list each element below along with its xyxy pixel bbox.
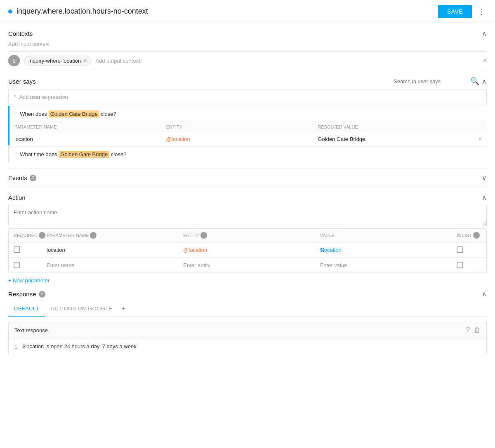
action-name-input[interactable] <box>8 205 487 226</box>
response-tabs: DEFAULT ACTIONS ON GOOGLE + <box>8 301 487 317</box>
is-list-checkbox-1[interactable] <box>457 246 481 253</box>
required-col-header: REQUIRED ? <box>14 232 47 239</box>
required-checkbox-2[interactable] <box>14 262 47 268</box>
tab-default[interactable]: DEFAULT <box>8 301 45 317</box>
context-tag-remove-icon[interactable]: × <box>83 57 87 64</box>
params-row-1: location @location $location <box>9 242 486 258</box>
value-input-1: $location <box>320 247 457 253</box>
app-header: inquery.where.location.hours-no-context … <box>0 0 495 23</box>
status-dot <box>8 9 12 14</box>
resolved-value: Golden Gate Bridge <box>318 136 469 142</box>
context-badge: 5 <box>8 55 20 66</box>
save-button[interactable]: SAVE <box>438 5 472 18</box>
contexts-toggle-icon[interactable]: ∧ <box>482 30 487 38</box>
contexts-title: Contexts <box>8 30 33 37</box>
entity-highlight-1: Golden Gate Bridge <box>49 110 99 117</box>
param-name-col-header: PARAMETER NAME <box>14 124 166 129</box>
required-help-icon[interactable]: ? <box>39 232 45 239</box>
param-name-help-icon[interactable]: ? <box>90 232 97 239</box>
param-name-input-1: location <box>47 247 183 253</box>
context-tag-label: inquiry-where-location <box>28 58 81 64</box>
add-output-context[interactable]: Add output context <box>95 58 478 64</box>
response-row-text: $location is open 24 hours a day, 7 days… <box>22 343 138 349</box>
action-toggle-icon[interactable]: ∧ <box>482 194 487 202</box>
quote-icon: " <box>14 94 16 101</box>
main-content: Contexts ∧ Add input context 5 inquiry-w… <box>0 23 495 362</box>
entity-tag-value: @location <box>166 136 318 142</box>
expression-row-1: " When does Golden Gate Bridge close? <box>9 106 487 122</box>
header-left: inquery.where.location.hours-no-context <box>8 7 148 16</box>
value-col-header: VALUE <box>320 232 457 239</box>
context-row-close-icon[interactable]: × <box>483 57 487 64</box>
required-checkbox-1[interactable] <box>14 246 47 253</box>
response-toggle-icon[interactable]: ∧ <box>482 290 487 298</box>
page-title: inquery.where.location.hours-no-context <box>16 7 148 16</box>
contexts-section: Contexts ∧ Add input context 5 inquiry-w… <box>8 30 487 70</box>
response-row-number: 1 <box>14 343 17 350</box>
text-response-help-icon[interactable]: ? <box>466 326 470 334</box>
text-response-header: Text response ? 🗑 <box>9 322 486 338</box>
add-expression-placeholder: Add user expression <box>19 94 68 100</box>
response-header: Response ? ∧ <box>8 290 487 301</box>
action-section-header: Action ∧ <box>8 194 487 202</box>
is-list-checkbox-2[interactable] <box>457 262 481 268</box>
action-section: Action ∧ REQUIRED ? PARAMETER NAME ? ENT… <box>8 194 487 284</box>
param-table-1: PARAMETER NAME ENTITY RESOLVED VALUE loc… <box>9 122 487 145</box>
resolved-col-header: RESOLVED VALUE <box>318 124 469 129</box>
params-table: REQUIRED ? PARAMETER NAME ? ENTITY ? VAL… <box>8 228 487 273</box>
quote-icon-2: " <box>14 151 16 158</box>
text-response-title: Text response <box>14 327 48 333</box>
user-says-toggle-icon[interactable]: ∧ <box>482 77 487 85</box>
add-input-context[interactable]: Add input context <box>8 41 487 47</box>
response-title: Response <box>8 291 36 298</box>
expression-text-2: What time does Golden Gate Bridge close? <box>20 151 126 157</box>
text-response-card: Text response ? 🗑 1 $location is open 24… <box>8 322 487 355</box>
text-response-actions: ? 🗑 <box>466 326 481 334</box>
events-section: Events ? ∨ <box>8 169 487 187</box>
user-says-section: User says 🔍 ∧ " Add user expression " Wh… <box>8 77 487 162</box>
entity-help-icon[interactable]: ? <box>200 232 207 239</box>
search-container: 🔍 ∧ <box>394 77 487 86</box>
param-name-value: location <box>14 136 166 142</box>
search-input[interactable] <box>394 78 468 84</box>
response-title-area: Response ? <box>8 291 45 298</box>
user-says-title: User says <box>8 78 36 85</box>
events-left: Events ? <box>8 174 36 181</box>
is-list-help-icon[interactable]: ? <box>473 232 480 239</box>
entity-col-header-2: ENTITY ? <box>183 232 320 239</box>
action-title: Action <box>8 194 26 201</box>
search-icon[interactable]: 🔍 <box>470 77 479 86</box>
expression-block-2: " What time does Golden Gate Bridge clos… <box>8 146 487 162</box>
param-table-row-1: location @location Golden Gate Bridge × <box>9 132 487 145</box>
events-toggle-icon[interactable]: ∨ <box>482 174 487 182</box>
events-help-icon[interactable]: ? <box>30 175 36 181</box>
events-title: Events <box>8 174 27 181</box>
response-section: Response ? ∧ DEFAULT ACTIONS ON GOOGLE +… <box>8 290 487 355</box>
params-row-2 <box>9 258 486 273</box>
response-help-icon[interactable]: ? <box>39 291 45 298</box>
tab-actions-on-google[interactable]: ACTIONS ON GOOGLE <box>45 301 118 317</box>
new-parameter-button[interactable]: + New parameter <box>8 277 50 284</box>
add-tab-icon[interactable]: + <box>118 301 129 317</box>
param-row-close-icon[interactable]: × <box>478 136 482 142</box>
more-options-icon[interactable]: ⋮ <box>476 5 487 18</box>
text-response-delete-icon[interactable]: 🗑 <box>474 326 481 334</box>
value-input-2[interactable] <box>320 262 457 268</box>
entity-col-header: ENTITY <box>166 124 318 129</box>
header-right: SAVE ⋮ <box>438 5 487 18</box>
entity-highlight-2: Golden Gate Bridge <box>59 151 109 158</box>
expression-text-1: When does Golden Gate Bridge close? <box>20 111 116 117</box>
expression-block-1: " When does Golden Gate Bridge close? PA… <box>8 106 487 145</box>
add-expression-row[interactable]: " Add user expression <box>8 89 487 105</box>
param-table-header: PARAMETER NAME ENTITY RESOLVED VALUE <box>9 122 487 132</box>
text-response-row-1: 1 $location is open 24 hours a day, 7 da… <box>9 338 486 355</box>
entity-input-1: @location <box>183 247 320 253</box>
output-context-row: 5 inquiry-where-location × Add output co… <box>8 51 487 70</box>
contexts-section-header: Contexts ∧ <box>8 30 487 38</box>
user-says-header: User says 🔍 ∧ <box>8 77 487 86</box>
is-list-col-header: IS LIST ? <box>457 232 481 239</box>
context-tag: inquiry-where-location × <box>24 56 91 66</box>
params-table-header: REQUIRED ? PARAMETER NAME ? ENTITY ? VAL… <box>9 229 486 242</box>
param-name-input-2[interactable] <box>47 262 183 268</box>
entity-input-2[interactable] <box>183 262 320 268</box>
